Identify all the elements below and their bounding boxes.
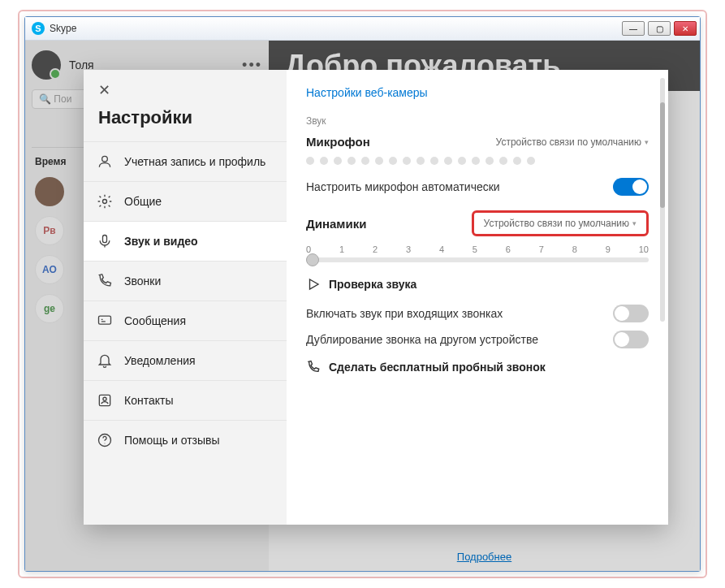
settings-panel: Настройки веб-камеры Звук Микрофон Устро… (287, 70, 668, 525)
nav-messages[interactable]: Сообщения (84, 300, 287, 340)
svg-marker-7 (310, 279, 319, 289)
sound-section-label: Звук (306, 115, 649, 127)
chevron-down-icon: ▾ (645, 138, 649, 146)
microphone-device-dropdown[interactable]: Устройство связи по умолчанию ▾ (496, 136, 649, 148)
nav-account[interactable]: Учетная запись и профиль (84, 141, 287, 181)
auto-mic-toggle[interactable] (613, 178, 649, 196)
bell-icon (97, 352, 113, 369)
settings-title: Настройки (84, 104, 287, 141)
titlebar: S Skype — ▢ ✕ (25, 17, 700, 41)
settings-modal: ✕ Настройки Учетная запись и профиль Общ… (84, 70, 668, 525)
webcam-settings-link[interactable]: Настройки веб-камеры (306, 86, 649, 99)
nav-notifications[interactable]: Уведомления (84, 340, 287, 380)
message-icon (97, 313, 113, 329)
ring-other-label: Дублирование звонка на другом устройстве (306, 333, 538, 346)
person-icon (97, 153, 113, 170)
nav-calls[interactable]: Звонки (84, 261, 287, 300)
nav-audio-video[interactable]: Звук и видео (84, 221, 287, 261)
svg-rect-2 (103, 236, 107, 243)
ring-incoming-toggle[interactable] (613, 305, 649, 322)
speakers-label: Динамики (306, 217, 366, 231)
skype-logo-icon: S (32, 22, 45, 35)
chevron-down-icon: ▾ (632, 219, 637, 227)
scrollbar[interactable] (660, 78, 665, 322)
ring-other-toggle[interactable] (613, 331, 649, 348)
test-sound-button[interactable]: Проверка звука (306, 277, 649, 292)
maximize-button[interactable]: ▢ (648, 21, 671, 36)
help-icon (97, 432, 113, 448)
speakers-device-dropdown[interactable]: Устройство связи по умолчанию ▾ (472, 210, 649, 236)
nav-general[interactable]: Общие (84, 181, 287, 221)
window-title: Skype (50, 23, 76, 34)
gear-icon (97, 193, 113, 210)
settings-nav: ✕ Настройки Учетная запись и профиль Общ… (84, 70, 287, 525)
contacts-icon (97, 392, 113, 409)
minimize-button[interactable]: — (622, 21, 645, 36)
mic-level-indicator (306, 157, 649, 165)
slider-thumb[interactable] (306, 253, 319, 266)
close-button[interactable]: ✕ (674, 21, 697, 36)
phone-icon (306, 360, 321, 374)
speaker-volume-slider[interactable]: 0 1 2 3 4 5 6 7 8 9 10 (306, 244, 649, 262)
svg-rect-3 (99, 316, 111, 324)
microphone-label: Микрофон (306, 135, 370, 149)
ring-incoming-label: Включать звук при входящих звонках (306, 307, 503, 320)
play-icon (306, 277, 321, 292)
close-icon[interactable]: ✕ (84, 70, 287, 104)
auto-mic-label: Настроить микрофон автоматически (306, 180, 500, 193)
svg-point-5 (103, 397, 106, 400)
skype-window: S Skype — ▢ ✕ Толя ••• 🔍 Пои 💬 Чаты Врем… (24, 16, 701, 572)
svg-point-1 (103, 200, 107, 204)
nav-help[interactable]: Помощь и отзывы (84, 420, 287, 460)
phone-icon (97, 273, 113, 289)
microphone-icon (97, 233, 113, 249)
test-call-button[interactable]: Сделать бесплатный пробный звонок (306, 360, 649, 374)
svg-point-0 (102, 156, 108, 162)
nav-contacts[interactable]: Контакты (84, 380, 287, 420)
